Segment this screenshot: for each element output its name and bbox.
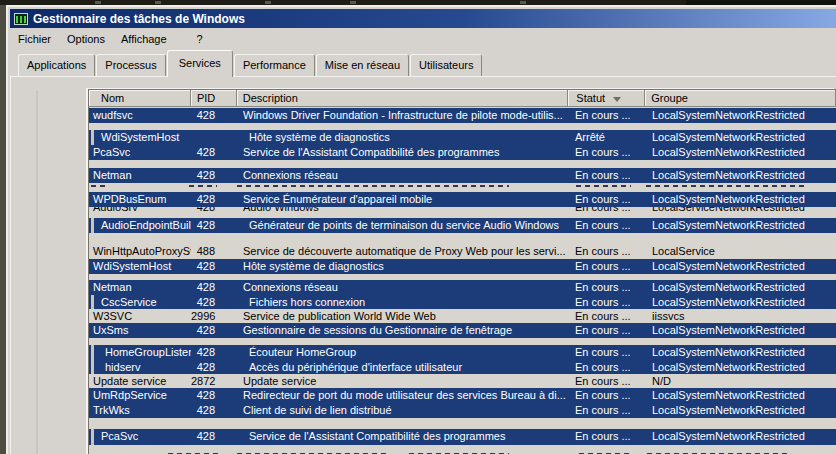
cell-description: Windows Driver Foundation - Infrastructu…: [237, 108, 569, 123]
cell-group: LocalSystemNetworkRestricted: [646, 280, 836, 295]
table-row[interactable]: HomeGroupListener428Écouteur HomeGroupEn…: [89, 345, 836, 360]
column-header-groupe[interactable]: Groupe: [645, 90, 836, 107]
cell-description: Audio Windows: [237, 207, 569, 215]
table-row[interactable]: WdiSystemHostHôte système de diagnostics…: [89, 130, 836, 145]
cell-pid: 428: [191, 280, 237, 295]
table-row-glitched[interactable]: [89, 449, 836, 454]
cell-group: iissvcs: [646, 309, 836, 323]
cell-group: LocalSystemNetworkRestricted: [646, 130, 836, 145]
table-row[interactable]: PcaSvc428Service de l'Assistant Compatib…: [89, 145, 836, 160]
cell-group: LocalSystemNetworkRestricted: [646, 429, 836, 444]
table-row[interactable]: WPDBusEnum428Service Énumérateur d'appar…: [89, 192, 836, 207]
tab-services[interactable]: Services: [167, 50, 233, 77]
tab-mise-en-r-seau[interactable]: Mise en réseau: [316, 54, 409, 77]
cell-name: Update service: [89, 374, 191, 388]
cell-description: Accès du périphérique d'interface utilis…: [237, 360, 569, 374]
menu-item-affichage[interactable]: Affichage: [113, 30, 175, 49]
table-row[interactable]: wudfsvc428Windows Driver Foundation - In…: [89, 108, 836, 123]
table-row[interactable]: UxSms428Gestionnaire de sessions du Gest…: [89, 323, 836, 338]
table-row[interactable]: CscService428Fichiers hors connexionEn c…: [89, 295, 836, 309]
column-header-label: Groupe: [651, 92, 688, 104]
cell-description: Gestionnaire de sessions du Gestionnaire…: [237, 323, 569, 338]
cell-pid: 428: [191, 388, 237, 403]
cell-status: En cours ...: [569, 429, 646, 444]
cell-name: wudfsvc: [89, 108, 191, 123]
cell-name: Netman: [89, 280, 191, 295]
table-row[interactable]: TrkWks428Client de suivi de lien distrib…: [89, 403, 836, 418]
column-header-label: Description: [243, 92, 298, 104]
cell-status: En cours ...: [569, 360, 646, 374]
cell-name: UmRdpService: [89, 388, 191, 403]
cell-status: En cours ...: [569, 108, 646, 123]
cell-name: CscService: [89, 295, 191, 309]
cell-description: Connexions réseau: [237, 280, 569, 295]
cell-group: LocalSystemNetworkRestricted: [646, 192, 836, 207]
tab-applications[interactable]: Applications: [18, 54, 95, 77]
cell-group: LocalSystemNetworkRestricted: [646, 345, 836, 360]
cell-name: WinHttpAutoProxySvc: [89, 244, 191, 259]
menu-item-help[interactable]: ?: [189, 30, 211, 49]
tab-strip: ApplicationsProcessusServicesPerformance…: [18, 50, 483, 77]
cell-group: LocalSystemNetworkRestricted: [646, 108, 836, 123]
cell-pid: 428: [191, 259, 237, 274]
cell-status: Arrêté: [569, 130, 646, 145]
cell-pid: 428: [191, 145, 237, 160]
cell-status: En cours ...: [569, 388, 646, 403]
cell-status: En cours ...: [569, 374, 646, 388]
cell-name: PcaSvc: [89, 429, 191, 444]
cell-pid: [191, 130, 237, 145]
tab-utilisateurs[interactable]: Utilisateurs: [410, 54, 482, 77]
table-row[interactable]: WdiSystemHost428Hôte système de diagnost…: [89, 259, 836, 274]
glitch-artifact-line: [36, 91, 38, 454]
cell-pid: 428: [191, 403, 237, 418]
cell-name: AudioEndpointBuilder: [89, 218, 191, 233]
cell-pid: 428: [191, 429, 237, 444]
cell-name: hidserv: [89, 360, 191, 374]
cell-status: En cours ...: [569, 309, 646, 323]
cell-name: UxSms: [89, 323, 191, 338]
table-row[interactable]: AudioEndpointBuilder428Générateur de poi…: [89, 218, 836, 233]
cell-group: LocalService: [646, 244, 836, 259]
cell-status: En cours ...: [569, 259, 646, 274]
column-header-label: Statut: [576, 92, 605, 104]
table-row[interactable]: Netman428Connexions réseauEn cours ...Lo…: [89, 280, 836, 295]
cell-status: En cours ...: [569, 295, 646, 309]
services-table-header: NomPIDDescriptionStatutGroupe: [89, 90, 836, 107]
table-row[interactable]: Update service2872Update serviceEn cours…: [89, 374, 836, 388]
table-row[interactable]: W3SVC2996Service de publication World Wi…: [89, 309, 836, 323]
title-bar[interactable]: Gestionnaire des tâches de Windows: [10, 9, 836, 28]
cell-pid: 2996: [191, 309, 237, 323]
cell-status: En cours ...: [569, 192, 646, 207]
menu-item-fichier[interactable]: Fichier: [10, 30, 59, 49]
table-row[interactable]: PcaSvc428Service de l'Assistant Compatib…: [89, 429, 836, 445]
cell-status: En cours ...: [569, 403, 646, 418]
table-row-glitched[interactable]: [89, 183, 836, 192]
column-header-nom[interactable]: Nom: [89, 90, 191, 107]
cell-pid: 428: [191, 108, 237, 123]
tab-performance[interactable]: Performance: [234, 54, 315, 77]
tab-processus[interactable]: Processus: [96, 54, 165, 77]
column-header-statut[interactable]: Statut: [568, 90, 645, 107]
cell-status: En cours ...: [569, 345, 646, 360]
column-header-pid[interactable]: PID: [191, 90, 237, 107]
column-header-description[interactable]: Description: [237, 90, 569, 107]
cell-group: LocalSystemNetworkRestricted: [646, 295, 836, 309]
cell-name: PcaSvc: [89, 145, 191, 160]
cell-name: WdiSystemHost: [89, 130, 191, 145]
cell-pid: 428: [191, 192, 237, 207]
glitched-text-fragment: [576, 185, 631, 187]
cell-status: En cours ...: [569, 244, 646, 259]
table-row[interactable]: Netman428Connexions réseauEn cours ...Lo…: [89, 168, 836, 183]
table-row[interactable]: WinHttpAutoProxySvc488Service de découve…: [89, 244, 836, 259]
cell-description: Hôte système de diagnostics: [237, 130, 569, 145]
cell-pid: 488: [191, 244, 237, 259]
cell-name: HomeGroupListener: [89, 345, 191, 360]
cell-description: Client de suivi de lien distribué: [237, 403, 569, 418]
menu-item-options[interactable]: Options: [59, 30, 113, 49]
table-row[interactable]: AudioSrv428Audio WindowsEn cours ...Loca…: [89, 207, 836, 218]
cell-pid: 428: [191, 168, 237, 183]
cell-description: Générateur de points de terminaison du s…: [237, 218, 569, 233]
table-row[interactable]: hidserv428Accès du périphérique d'interf…: [89, 360, 836, 374]
cell-group: LocalSystemNetworkRestricted: [646, 323, 836, 338]
table-row[interactable]: UmRdpService428Redirecteur de port du mo…: [89, 388, 836, 403]
